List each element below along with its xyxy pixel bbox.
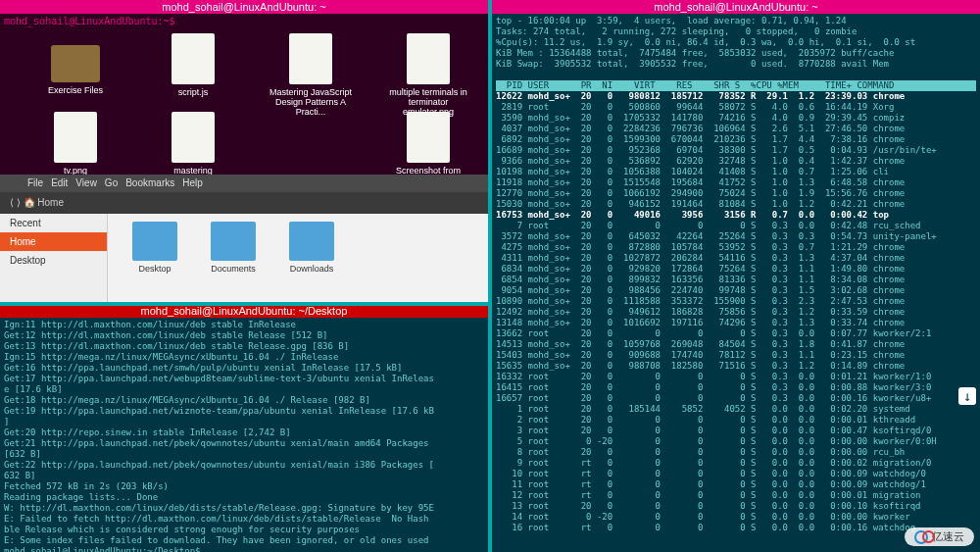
process-row: 2819 root 20 0 500860 99644 58072 S 4.0 … xyxy=(496,102,894,112)
process-row: 15030 mohd_so+ 20 0 946152 191464 81084 … xyxy=(496,199,905,209)
process-row: 7 root 20 0 0 0 0 S 0.3 0.0 0:42.48 rcu_… xyxy=(496,221,920,230)
menu-item[interactable]: Edit xyxy=(51,177,68,188)
file-icon xyxy=(407,112,450,163)
process-row: 6854 mohd_so+ 20 0 899832 163356 81336 S… xyxy=(496,275,905,284)
top-header: PID USER PR NI VIRT RES SHR S %CPU %MEM … xyxy=(496,80,976,91)
process-row: 16332 root 20 0 0 0 0 S 0.3 0.0 0:01.21 … xyxy=(496,372,931,381)
terminal-pane-bottom-left: mohd_sohail@LinuxAndUbuntu: ~/Desktop Ig… xyxy=(0,304,488,552)
process-row: 2 root 20 0 0 0 0 S 0.0 0.0 0:00.01 kthr… xyxy=(496,415,915,425)
file-icon xyxy=(172,33,215,84)
file-icon xyxy=(289,33,332,84)
desktop-icon[interactable]: multiple terminals in terminator emulato… xyxy=(384,33,472,117)
sidebar-item[interactable]: Recent xyxy=(0,214,107,232)
process-row: 10890 mohd_so+ 20 0 1118588 353372 15590… xyxy=(496,296,905,306)
process-row: 15635 mohd_so+ 20 0 988708 182580 71516 … xyxy=(496,361,905,371)
file-icon xyxy=(172,112,215,163)
file-icon xyxy=(407,33,450,84)
menu-item[interactable]: Bookmarks xyxy=(125,177,174,188)
process-row: 11 root rt 0 0 0 0 S 0.0 0.0 0:00.09 wat… xyxy=(496,479,926,489)
menu-item[interactable]: File xyxy=(27,177,43,188)
desktop-icon[interactable]: Mastering JavaScript Design Patterns A P… xyxy=(267,33,355,117)
process-row: 16 root rt 0 0 0 0 S 0.0 0.0 0:00.16 wat… xyxy=(496,523,915,532)
process-row: 8 root 20 0 0 0 0 S 0.0 0.0 0:00.00 rcu_… xyxy=(496,447,905,457)
icon-label: script.js xyxy=(149,87,237,97)
process-row: 4275 mohd_so+ 20 0 872880 105784 53952 S… xyxy=(496,242,905,252)
process-row: 6892 mohd_so+ 20 0 1599300 670044 210236… xyxy=(496,134,905,144)
file-grid[interactable]: DesktopDocumentsDownloads xyxy=(108,214,488,304)
horizontal-splitter[interactable] xyxy=(0,302,488,306)
process-row: 1 root 20 0 185144 5852 4052 S 0.0 0.0 0… xyxy=(496,404,910,414)
sidebar[interactable]: RecentHomeDesktop xyxy=(0,214,108,304)
terminal-output[interactable]: Ign:11 http://dl.maxthon.com/linux/deb s… xyxy=(0,318,488,552)
folder-item[interactable]: Downloads xyxy=(272,222,351,304)
desktop-icon[interactable]: mastering xyxy=(149,112,237,176)
process-row: 5 root 0 -20 0 0 0 S 0.0 0.0 0:00.00 kwo… xyxy=(496,436,937,446)
menu-item[interactable]: Help xyxy=(182,177,203,188)
process-row: 12492 mohd_so+ 20 0 949612 186828 75856 … xyxy=(496,307,905,317)
process-row: 3572 mohd_so+ 20 0 645032 42264 25264 S … xyxy=(496,231,937,241)
process-row: 12 root rt 0 0 0 0 S 0.0 0.0 0:00.01 mig… xyxy=(496,490,920,500)
folder-icon xyxy=(132,222,177,261)
process-row: 13148 mohd_so+ 20 0 1016692 197116 74296… xyxy=(496,318,905,327)
menubar[interactable]: FileEditViewGoBookmarksHelp xyxy=(0,175,488,192)
breadcrumb[interactable]: ⟨ ⟩ 🏠 Home xyxy=(0,192,488,214)
process-row: 9366 mohd_so+ 20 0 536892 62920 32748 S … xyxy=(496,156,905,166)
vertical-splitter[interactable] xyxy=(488,0,492,552)
process-row: 16753 mohd_so+ 20 0 49016 3956 3156 R 0.… xyxy=(496,210,889,220)
process-row: 16415 root 20 0 0 0 0 S 0.3 0.0 0:00.88 … xyxy=(496,382,931,392)
titlebar[interactable]: mohd_sohail@LinuxAndUbuntu: ~/Desktop xyxy=(0,304,488,318)
terminal-body[interactable]: mohd_sohail@LinuxAndUbuntu:~$ Exercise F… xyxy=(0,14,488,304)
terminal-pane-right: mohd_sohail@LinuxAndUbuntu: ~ top - 16:0… xyxy=(492,0,980,552)
process-row: 3590 mohd_so+ 20 0 1705332 141780 74216 … xyxy=(496,113,905,123)
process-row: 6834 mohd_so+ 20 0 929820 172864 75264 S… xyxy=(496,264,905,274)
process-row: 14513 mohd_so+ 20 0 1059768 269048 84504… xyxy=(496,339,905,349)
process-row: 4311 mohd_so+ 20 0 1027872 206284 54116 … xyxy=(496,253,905,263)
process-row: 16657 root 20 0 0 0 0 S 0.3 0.0 0:00.16 … xyxy=(496,393,931,403)
file-icon xyxy=(54,112,97,163)
menu-item[interactable]: Go xyxy=(105,177,118,188)
shell-prompt: mohd_sohail@LinuxAndUbuntu:~$ xyxy=(4,16,175,26)
process-row: 13 root 20 0 0 0 0 S 0.0 0.0 0:00.10 kso… xyxy=(496,501,920,511)
process-row: 9 root rt 0 0 0 0 S 0.0 0.0 0:00.02 migr… xyxy=(496,458,931,468)
desktop-icon[interactable]: Screenshot from xyxy=(384,112,472,176)
terminal-pane-top-left: mohd_sohail@LinuxAndUbuntu: ~ mohd_sohai… xyxy=(0,0,488,304)
folder-item[interactable]: Desktop xyxy=(116,222,194,304)
folder-icon xyxy=(289,222,334,261)
process-row: 12622 mohd_so+ 20 0 980812 185712 78352 … xyxy=(496,91,905,101)
process-row: 11918 mohd_so+ 20 0 1515548 195684 41752… xyxy=(496,177,905,187)
scroll-down-icon[interactable]: ↓ xyxy=(958,387,976,405)
folder-icon xyxy=(51,45,100,82)
process-row: 14 root 0 -20 0 0 0 S 0.0 0.0 0:00.00 kw… xyxy=(496,512,910,522)
process-row: 3 root 20 0 0 0 0 S 0.0 0.0 0:00.47 ksof… xyxy=(496,426,931,435)
sidebar-item[interactable]: Home xyxy=(0,232,107,251)
process-row: 13662 root 20 0 0 0 0 S 0.3 0.0 0:07.77 … xyxy=(496,328,931,338)
desktop-icon[interactable]: Exercise Files xyxy=(31,33,120,95)
folder-item[interactable]: Documents xyxy=(194,222,272,304)
titlebar[interactable]: mohd_sohail@LinuxAndUbuntu: ~ xyxy=(0,0,488,14)
process-row: 10198 mohd_so+ 20 0 1056388 104024 41408… xyxy=(496,167,889,176)
process-row: 9054 mohd_so+ 20 0 988456 224740 99748 S… xyxy=(496,285,905,295)
watermark: 亿速云 xyxy=(905,527,974,546)
icon-label: Exercise Files xyxy=(31,85,120,95)
desktop-icon[interactable]: script.js xyxy=(149,33,237,97)
top-output[interactable]: top - 16:00:04 up 3:59, 4 users, load av… xyxy=(492,14,980,552)
menu-item[interactable]: View xyxy=(75,177,97,188)
folder-icon xyxy=(211,222,256,261)
sidebar-item[interactable]: Desktop xyxy=(0,251,107,270)
file-manager-window[interactable]: FileEditViewGoBookmarksHelp ⟨ ⟩ 🏠 Home R… xyxy=(0,175,488,304)
titlebar[interactable]: mohd_sohail@LinuxAndUbuntu: ~ xyxy=(492,0,980,14)
process-row: 15403 mohd_so+ 20 0 909688 174740 78112 … xyxy=(496,350,905,360)
process-row: 4037 mohd_so+ 20 0 2284236 796736 106964… xyxy=(496,124,905,133)
process-row: 16689 mohd_so+ 20 0 952368 69704 38300 S… xyxy=(496,145,937,155)
process-row: 12770 mohd_so+ 20 0 1066192 294900 75024… xyxy=(496,188,905,198)
process-row: 10 root rt 0 0 0 0 S 0.0 0.0 0:00.09 wat… xyxy=(496,469,926,478)
desktop-icon[interactable]: tv.png xyxy=(31,112,120,176)
icon-label: Mastering JavaScript Design Patterns A P… xyxy=(267,87,355,117)
